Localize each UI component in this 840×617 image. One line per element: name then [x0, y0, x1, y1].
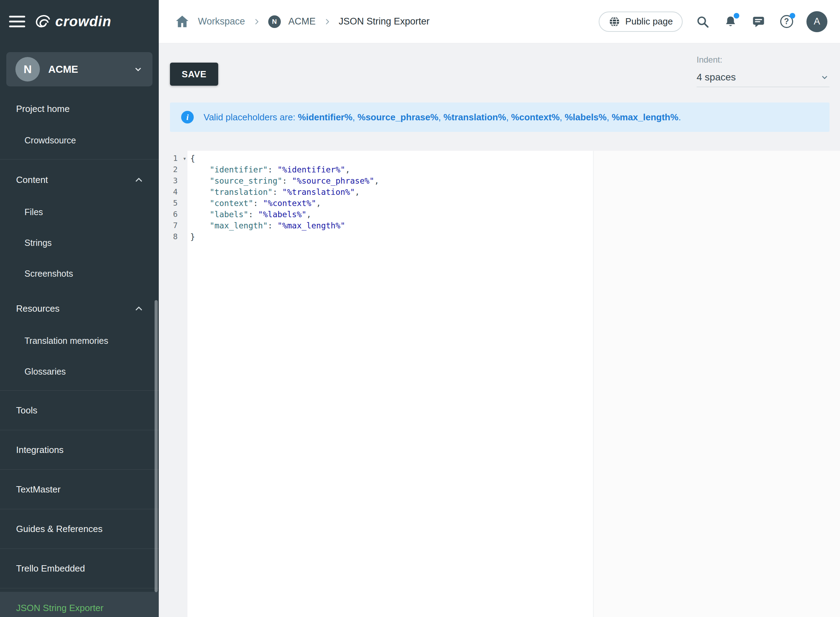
search-icon — [696, 15, 710, 29]
sidebar-item-json-string-exporter[interactable]: JSON String Exporter — [0, 592, 159, 617]
crowdin-logo-text: crowdin — [55, 14, 111, 30]
toolbar-row: SAVE Indent: 4 spaces — [170, 55, 830, 87]
indent-select[interactable]: 4 spaces — [697, 68, 830, 87]
sidebar-item-strings[interactable]: Strings — [0, 227, 159, 258]
sidebar-item-label: TextMaster — [16, 484, 60, 495]
breadcrumb-org[interactable]: ACME — [289, 16, 316, 27]
org-badge: N — [268, 15, 281, 28]
sidebar-item-tools[interactable]: Tools — [0, 394, 159, 427]
info-icon: i — [181, 111, 194, 124]
sidebar-divider — [0, 430, 159, 430]
placeholders-banner: i Valid placeholders are: %identifier%, … — [170, 102, 830, 132]
sidebar-nav: Project homeCrowdsourceContentFilesStrin… — [0, 93, 159, 617]
crowdin-logo[interactable]: crowdin — [34, 13, 111, 31]
caret-down-icon — [133, 64, 143, 74]
sidebar-item-content[interactable]: Content — [0, 163, 159, 196]
gutter-line-number: 8 — [159, 231, 187, 242]
sidebar-item-textmaster[interactable]: TextMaster — [0, 473, 159, 505]
sidebar-item-resources[interactable]: Resources — [0, 292, 159, 325]
chevron-up-icon — [134, 174, 144, 185]
help-notification-dot — [790, 13, 795, 19]
sidebar-item-label: Project home — [16, 103, 69, 114]
sidebar-item-glossaries[interactable]: Glossaries — [0, 356, 159, 387]
editor-code-area[interactable]: { "identifier": "%identifier%", "source_… — [187, 151, 840, 617]
topbar-actions: Public page — [599, 11, 827, 32]
sidebar-divider — [0, 588, 159, 588]
breadcrumb: Workspace N ACME JSON String Exporter — [174, 14, 599, 30]
public-page-label: Public page — [625, 16, 673, 27]
gutter-line-number: 5 — [159, 198, 187, 209]
gutter-line-number: 1▾ — [159, 153, 187, 164]
chevron-right-icon — [253, 18, 261, 25]
indent-value: 4 spaces — [697, 72, 736, 83]
sidebar-item-label: JSON String Exporter — [16, 603, 103, 614]
indent-label: Indent: — [697, 55, 830, 65]
placeholder-token: %labels% — [565, 112, 607, 123]
code-line: "labels": "%labels%", — [190, 209, 840, 220]
sidebar-divider — [0, 548, 159, 549]
code-line: } — [190, 231, 840, 242]
sidebar-item-integrations[interactable]: Integrations — [0, 434, 159, 466]
menu-icon[interactable] — [9, 16, 25, 27]
sidebar-item-label: Resources — [16, 303, 59, 314]
sidebar-item-crowdsource[interactable]: Crowdsource — [0, 125, 159, 156]
placeholder-token: %translation% — [444, 112, 506, 123]
notification-dot — [734, 13, 739, 19]
search-button[interactable] — [694, 14, 710, 30]
sidebar-divider — [0, 390, 159, 391]
messages-button[interactable] — [750, 14, 766, 30]
sidebar-item-guides-references[interactable]: Guides & References — [0, 513, 159, 545]
gutter-line-number: 2 — [159, 164, 187, 175]
code-line: "identifier": "%identifier%", — [190, 164, 840, 175]
sidebar-divider — [0, 159, 159, 159]
code-line: "translation": "%translation%", — [190, 186, 840, 198]
code-line: { — [190, 153, 840, 164]
sidebar-item-project-home[interactable]: Project home — [0, 93, 159, 125]
sidebar-item-label: Trello Embedded — [16, 563, 85, 574]
gutter-line-number: 3 — [159, 175, 187, 186]
placeholder-token: %context% — [511, 112, 560, 123]
code-line: "source_string": "%source_phrase%", — [190, 175, 840, 186]
placeholder-token: %identifier% — [298, 112, 352, 123]
home-icon[interactable] — [174, 14, 190, 30]
caret-down-icon — [820, 72, 830, 82]
sidebar-item-label: Glossaries — [25, 366, 66, 377]
org-selector[interactable]: N ACME — [6, 52, 152, 86]
app-window: crowdin N ACME Project homeCrowdsourceCo… — [0, 0, 840, 617]
sidebar-item-screenshots[interactable]: Screenshots — [0, 258, 159, 289]
breadcrumb-workspace[interactable]: Workspace — [198, 16, 245, 27]
notifications-button[interactable] — [722, 14, 738, 30]
indent-control: Indent: 4 spaces — [697, 55, 830, 87]
chat-icon — [751, 14, 766, 29]
sidebar-item-label: Integrations — [16, 444, 63, 455]
crowdin-logo-icon — [34, 13, 53, 31]
sidebar-item-label: Files — [25, 207, 43, 217]
sidebar-item-label: Screenshots — [25, 269, 73, 279]
save-button[interactable]: SAVE — [170, 63, 218, 86]
avatar[interactable]: A — [806, 11, 827, 32]
code-line: "max_length": "%max_length%" — [190, 220, 840, 231]
sidebar-item-label: Crowdsource — [25, 135, 76, 146]
fold-arrow-icon[interactable]: ▾ — [183, 153, 186, 164]
topbar: Workspace N ACME JSON String Exporter — [159, 0, 840, 43]
sidebar-scrollbar[interactable] — [155, 300, 158, 592]
banner-text: Valid placeholders are: %identifier%, %s… — [203, 112, 681, 123]
sidebar-item-label: Translation memories — [25, 336, 108, 346]
gutter-line-number: 4 — [159, 186, 187, 198]
chevron-up-icon — [134, 303, 144, 314]
sidebar: crowdin N ACME Project homeCrowdsourceCo… — [0, 0, 159, 617]
org-avatar: N — [15, 57, 40, 81]
gutter-line-number: 7 — [159, 220, 187, 231]
help-button[interactable]: ? — [778, 14, 794, 30]
sidebar-item-trello-embedded[interactable]: Trello Embedded — [0, 552, 159, 585]
content: SAVE Indent: 4 spaces i Valid placeholde — [159, 43, 840, 617]
code-line: "context": "%context%", — [190, 198, 840, 209]
sidebar-item-files[interactable]: Files — [0, 196, 159, 227]
editor-code: { "identifier": "%identifier%", "source_… — [187, 151, 840, 242]
sidebar-divider — [0, 509, 159, 509]
sidebar-item-label: Guides & References — [16, 524, 102, 534]
globe-icon — [609, 16, 620, 28]
sidebar-item-translation-memories[interactable]: Translation memories — [0, 325, 159, 356]
sidebar-item-label: Content — [16, 174, 48, 185]
public-page-button[interactable]: Public page — [599, 12, 682, 32]
